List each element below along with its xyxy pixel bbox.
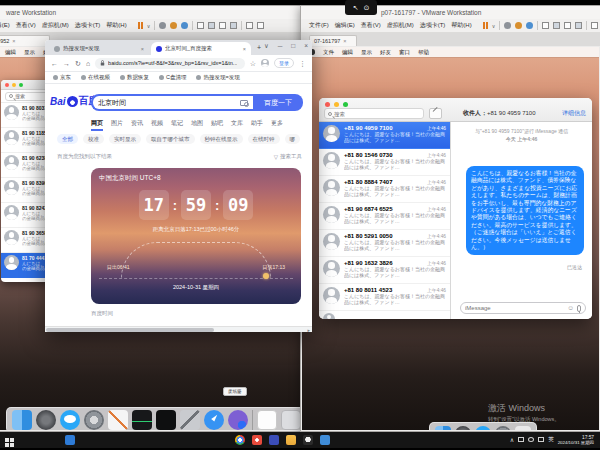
- conversation-item[interactable]: +81 90 1632 3826 上午4:46 こんにちは、親愛なるお客様！当社…: [319, 257, 450, 284]
- bookmark-star-icon[interactable]: ☆: [250, 60, 256, 67]
- mac-menu-item[interactable]: 显示: [24, 49, 35, 56]
- purple-app-icon[interactable]: [228, 410, 248, 430]
- zoom-window-icon[interactable]: [343, 102, 348, 107]
- close-button[interactable]: ×: [304, 42, 308, 50]
- snapshot-take-button[interactable]: [159, 22, 166, 29]
- snapshot-revert-button[interactable]: [170, 22, 177, 29]
- filter-chip[interactable]: 实时显示: [109, 134, 141, 144]
- taskbar-vmware-window-icon[interactable]: [320, 435, 330, 445]
- network-tray-icon[interactable]: [528, 437, 534, 442]
- snapshot-revert-button[interactable]: [515, 22, 522, 29]
- mac-menu-item[interactable]: 窗口: [399, 49, 410, 56]
- maximize-button[interactable]: □: [291, 42, 295, 50]
- close-tab-icon[interactable]: ×: [343, 38, 346, 44]
- show-library-button[interactable]: [197, 22, 204, 29]
- show-thumbnail-button[interactable]: [553, 22, 560, 29]
- vmware-left-titlebar[interactable]: ware Workstation: [0, 6, 306, 19]
- snapshot-manager-button[interactable]: [181, 22, 188, 29]
- back-icon[interactable]: ←: [51, 60, 58, 67]
- unity-button[interactable]: [575, 22, 582, 29]
- compose-icon[interactable]: [429, 108, 442, 119]
- menu-item[interactable]: 帮助(H): [106, 21, 126, 30]
- menu-item[interactable]: 虚拟机(M): [42, 21, 69, 30]
- filter-chip[interactable]: 在线时钟: [248, 134, 280, 144]
- mac-menu-item[interactable]: 编辑: [5, 49, 16, 56]
- console-button[interactable]: [246, 22, 253, 29]
- suspend-dropdown-icon[interactable]: ∨: [147, 23, 151, 29]
- mac-menu-item[interactable]: 显示: [361, 49, 372, 56]
- floating-control[interactable]: ↖ ⊙: [345, 0, 377, 15]
- tray-caret-icon[interactable]: ∧: [510, 436, 514, 443]
- home-icon[interactable]: ⌂: [86, 60, 90, 67]
- menu-item[interactable]: 虚拟机(M): [387, 21, 414, 30]
- console-button[interactable]: [591, 22, 598, 29]
- taskbar-clock[interactable]: 17:57 2024/10/31 星期四: [558, 435, 594, 446]
- mac-menu-item[interactable]: 编辑: [342, 49, 353, 56]
- details-link[interactable]: 详细信息: [562, 109, 586, 118]
- finder-icon[interactable]: [12, 410, 32, 430]
- mac-menu-item[interactable]: 好友: [380, 49, 391, 56]
- close-window-icon[interactable]: [325, 102, 330, 107]
- bookmark-item[interactable]: 热搜发现=发现: [196, 74, 239, 81]
- browser-tab-inactive[interactable]: 热搜发现=发现 ×: [49, 42, 149, 55]
- dock-app-icon[interactable]: [515, 426, 531, 430]
- emoji-icon[interactable]: ☺: [567, 305, 574, 312]
- minimize-button[interactable]: ─: [278, 42, 283, 50]
- menu-item[interactable]: 选项卡(T): [75, 21, 101, 30]
- profile-pill[interactable]: 登录: [274, 58, 294, 68]
- zoom-window-icon[interactable]: [19, 83, 23, 87]
- launchpad-icon[interactable]: [36, 410, 56, 430]
- conversation-item[interactable]: +81 90 6874 6525 上午4:46 こんにちは、親愛なるお客様！当社…: [319, 203, 450, 230]
- message-input[interactable]: [465, 305, 564, 311]
- browser-tab-active[interactable]: 北京时间_百度搜索 ×: [151, 42, 251, 55]
- language-indicator[interactable]: 英: [548, 436, 554, 443]
- baidu-search-input[interactable]: [98, 99, 234, 106]
- baidu-nav-item[interactable]: 贴吧: [211, 119, 223, 131]
- baidu-search-box[interactable]: [91, 94, 253, 111]
- forward-icon[interactable]: →: [63, 60, 70, 67]
- conversation-item[interactable]: +81 80 8011 4523 上午4:46 こんにちは、親愛なるお客様！当社…: [319, 284, 450, 311]
- suspend-dropdown-icon[interactable]: ∨: [492, 23, 496, 29]
- baidu-nav-item[interactable]: 文库: [231, 119, 243, 131]
- safari-icon[interactable]: [204, 410, 224, 430]
- search-input[interactable]: [324, 108, 424, 119]
- show-thumbnail-button[interactable]: [208, 22, 215, 29]
- snapshot-manager-button[interactable]: [526, 22, 533, 29]
- baidu-nav-item[interactable]: 网页: [91, 119, 103, 131]
- tab-search-icon[interactable]: ∨: [264, 42, 269, 50]
- trash-icon[interactable]: [281, 410, 301, 430]
- taskbar-vmware-icon[interactable]: [65, 435, 75, 445]
- filter-chip[interactable]: 秒钟在线显示: [200, 134, 243, 144]
- baidu-nav-item[interactable]: 视频: [151, 119, 163, 131]
- menu-item[interactable]: 帮助(H): [451, 21, 471, 30]
- suspend-button[interactable]: [483, 22, 488, 29]
- documents-icon[interactable]: [257, 410, 277, 430]
- baidu-nav-item[interactable]: 助手: [251, 119, 263, 131]
- new-tab-button[interactable]: +: [257, 44, 261, 51]
- taskbar-apple-app-icon[interactable]: [303, 435, 313, 445]
- taskbar-red-app-icon[interactable]: [252, 435, 262, 445]
- mac-menu-item[interactable]: 帮助: [418, 49, 429, 56]
- conversation-item[interactable]: +81 80 8884 7407 上午4:46 こんにちは、親愛なるお客様！当社…: [319, 176, 450, 203]
- filter-chip[interactable]: 全部: [57, 134, 78, 144]
- system-preferences-icon[interactable]: [84, 410, 104, 430]
- filter-chip[interactable]: 校准: [83, 134, 104, 144]
- baidu-nav-item[interactable]: 资讯: [131, 119, 143, 131]
- display-tray-icon[interactable]: [518, 437, 524, 442]
- address-bar[interactable]: baidu.com/s?ie=utf-8&f=3&rsv_bp=1&rsv_id…: [95, 58, 245, 69]
- menu-item[interactable]: 查看(V): [361, 21, 381, 30]
- snapshot-take-button[interactable]: [504, 22, 511, 29]
- taskbar-chrome-icon[interactable]: [235, 435, 245, 445]
- activity-monitor-icon[interactable]: [132, 410, 152, 430]
- conversation-item[interactable]: +81 80 1546 0730 上午4:46 こんにちは、親愛なるお客様！当社…: [319, 149, 450, 176]
- terminal-icon[interactable]: [156, 410, 176, 430]
- bookmark-item[interactable]: C盘清理: [159, 74, 186, 81]
- minimize-window-icon[interactable]: [12, 83, 16, 87]
- baidu-nav-item[interactable]: 地图: [191, 119, 203, 131]
- bookmark-item[interactable]: 数据恢复: [120, 74, 149, 81]
- close-tab-icon[interactable]: ×: [12, 38, 15, 44]
- baidu-nav-item[interactable]: 更多: [271, 119, 283, 131]
- close-tab-icon[interactable]: ×: [141, 46, 144, 52]
- horizontal-scrollbar[interactable]: ▸: [45, 326, 312, 332]
- menu-item[interactable]: 编辑(E): [335, 21, 355, 30]
